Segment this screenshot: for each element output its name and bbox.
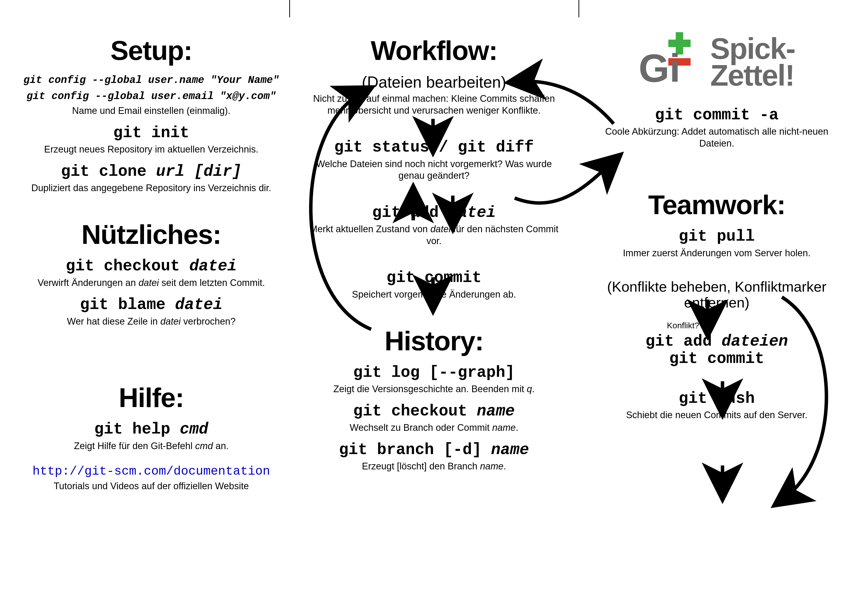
help-cmd: git help cmd [22, 421, 281, 438]
docs-desc: Tutorials und Videos auf der offiziellen… [22, 480, 281, 492]
logo-row: Gi Spick- Zettel! [587, 30, 846, 94]
pull-desc: Immer zuerst Änderungen vom Server holen… [587, 247, 846, 259]
add-cmd: git add datei [305, 204, 563, 221]
history-heading: History: [305, 325, 563, 356]
config-email-cmd: git config --global user.email "x@y.com" [22, 90, 281, 103]
resolve-conflicts: (Konflikte beheben, Konfliktmarker entfe… [587, 279, 846, 311]
init-cmd: git init [22, 124, 281, 141]
log-desc: Zeigt die Versionsgeschichte an. Beenden… [305, 383, 563, 395]
blame-cmd: git blame datei [22, 296, 281, 314]
pull-cmd: git pull [587, 228, 846, 245]
checkout-file-cmd: git checkout datei [22, 258, 281, 275]
logo-text: Spick- Zettel! [710, 35, 795, 89]
branch-desc: Erzeugt [löscht] den Branch name. [305, 460, 563, 473]
useful-heading: Nützliches: [22, 219, 281, 250]
blame-desc: Wer hat diese Zeile in datei verbrochen? [22, 316, 281, 328]
config-name-cmd: git config --global user.name "Your Name… [22, 73, 281, 87]
checkout-file-desc: Verwirft Änderungen an datei seit dem le… [22, 277, 281, 289]
git-logo-icon: Gi [639, 30, 703, 94]
push-desc: Schiebt die neuen Commits auf den Server… [587, 409, 846, 421]
clone-desc: Dupliziert das angegebene Repository ins… [22, 182, 281, 194]
column-workflow: Workflow: (Dateien bearbeiten) Nicht zu … [293, 15, 575, 599]
status-desc: Welche Dateien sind noch nicht vorgemerk… [305, 158, 563, 182]
help-heading: Hilfe: [22, 382, 281, 413]
help-desc: Zeigt Hilfe für den Git-Befehl cmd an. [22, 440, 281, 452]
init-desc: Erzeugt neues Repository im aktuellen Ve… [22, 144, 281, 155]
konflikt-label: Konflikt? [667, 320, 699, 330]
edit-files: (Dateien bearbeiten) [305, 73, 563, 91]
add-files-cmd: git add dateien [587, 333, 846, 350]
push-cmd: git push [587, 390, 846, 407]
branch-cmd: git branch [-d] name [305, 441, 563, 459]
commit-a-desc: Coole Abkürzung: Addet automatisch alle … [587, 126, 846, 149]
svg-text:Gi: Gi [639, 46, 680, 90]
workflow-heading: Workflow: [305, 35, 563, 66]
commit-cmd2: git commit [587, 350, 846, 367]
config-desc: Name und Email einstellen (einmalig). [22, 105, 281, 117]
commit-desc: Speichert vorgemerkte Änderungen ab. [305, 289, 563, 300]
column-setup: Setup: git config --global user.name "Yo… [10, 15, 293, 599]
status-cmd: git status / git diff [305, 138, 563, 156]
clone-cmd: git clone url [dir] [22, 163, 281, 180]
docs-link[interactable]: http://git-scm.com/documentation [22, 464, 281, 478]
checkout-name-desc: Wechselt zu Branch oder Commit name. [305, 422, 563, 434]
commit-cmd: git commit [305, 269, 563, 286]
edit-desc: Nicht zu viel auf einmal machen: Kleine … [305, 93, 563, 117]
checkout-name-cmd: git checkout name [305, 403, 563, 420]
teamwork-heading: Teamwork: [587, 189, 846, 220]
commit-a-cmd: git commit -a [587, 106, 846, 124]
add-desc: Merkt aktuellen Zustand von datei für de… [305, 223, 563, 247]
column-teamwork: Gi Spick- Zettel! git commit -a Coole Ab… [575, 15, 858, 599]
setup-heading: Setup: [22, 35, 281, 66]
log-cmd: git log [--graph] [305, 364, 563, 381]
